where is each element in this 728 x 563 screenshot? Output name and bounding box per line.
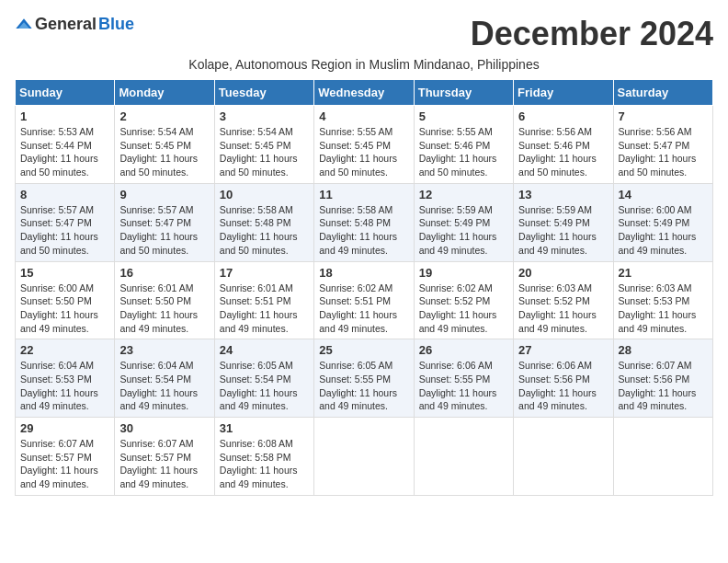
calendar-table: SundayMondayTuesdayWednesdayThursdayFrid…: [15, 79, 713, 496]
logo: General Blue: [15, 15, 134, 34]
cell-info: Sunrise: 6:04 AM Sunset: 5:53 PM Dayligh…: [20, 359, 109, 413]
day-number: 6: [518, 109, 608, 123]
calendar-cell: 1Sunrise: 5:53 AM Sunset: 5:44 PM Daylig…: [16, 106, 115, 184]
calendar-cell: 22Sunrise: 6:04 AM Sunset: 5:53 PM Dayli…: [16, 339, 115, 418]
cell-info: Sunrise: 6:03 AM Sunset: 5:53 PM Dayligh…: [619, 282, 708, 336]
day-number: 7: [619, 109, 708, 123]
calendar-cell: 28Sunrise: 6:07 AM Sunset: 5:56 PM Dayli…: [613, 339, 712, 418]
calendar-cell: 12Sunrise: 5:59 AM Sunset: 5:49 PM Dayli…: [414, 183, 513, 261]
cell-info: Sunrise: 5:54 AM Sunset: 5:45 PM Dayligh…: [220, 125, 309, 179]
calendar-cell: 24Sunrise: 6:05 AM Sunset: 5:54 PM Dayli…: [214, 339, 313, 418]
cell-info: Sunrise: 5:58 AM Sunset: 5:48 PM Dayligh…: [319, 203, 408, 258]
month-title: December 2024: [471, 15, 713, 53]
logo-general-text: General: [35, 15, 97, 34]
cell-info: Sunrise: 5:54 AM Sunset: 5:45 PM Dayligh…: [119, 125, 209, 179]
cell-info: Sunrise: 6:01 AM Sunset: 5:50 PM Dayligh…: [119, 282, 209, 336]
calendar-cell: 5Sunrise: 5:55 AM Sunset: 5:46 PM Daylig…: [414, 106, 513, 184]
calendar-cell: 31Sunrise: 6:08 AM Sunset: 5:58 PM Dayli…: [214, 418, 313, 496]
header-thursday: Thursday: [414, 80, 513, 106]
calendar-week-row: 8Sunrise: 5:57 AM Sunset: 5:47 PM Daylig…: [16, 183, 713, 261]
cell-info: Sunrise: 6:05 AM Sunset: 5:54 PM Dayligh…: [220, 359, 309, 413]
header-sunday: Sunday: [16, 80, 115, 106]
calendar-cell: 21Sunrise: 6:03 AM Sunset: 5:53 PM Dayli…: [613, 261, 712, 339]
day-number: 5: [419, 109, 508, 123]
day-number: 21: [619, 266, 708, 280]
calendar-subtitle: Kolape, Autonomous Region in Muslim Mind…: [15, 57, 713, 72]
day-number: 25: [319, 343, 408, 357]
header-monday: Monday: [115, 80, 214, 106]
header-friday: Friday: [514, 80, 613, 106]
cell-info: Sunrise: 5:57 AM Sunset: 5:47 PM Dayligh…: [119, 203, 209, 258]
cell-info: Sunrise: 6:00 AM Sunset: 5:50 PM Dayligh…: [20, 282, 109, 336]
calendar-header-row: SundayMondayTuesdayWednesdayThursdayFrid…: [16, 80, 713, 106]
day-number: 2: [119, 109, 209, 123]
cell-info: Sunrise: 6:06 AM Sunset: 5:55 PM Dayligh…: [419, 359, 508, 413]
calendar-cell: 14Sunrise: 6:00 AM Sunset: 5:49 PM Dayli…: [613, 183, 712, 261]
day-number: 16: [119, 266, 209, 280]
page-header: General Blue December 2024: [15, 15, 713, 53]
calendar-cell: [314, 418, 414, 496]
calendar-cell: 15Sunrise: 6:00 AM Sunset: 5:50 PM Dayli…: [16, 261, 115, 339]
day-number: 1: [20, 109, 109, 123]
calendar-cell: 11Sunrise: 5:58 AM Sunset: 5:48 PM Dayli…: [314, 183, 414, 261]
day-number: 13: [518, 188, 608, 201]
day-number: 24: [220, 343, 309, 357]
day-number: 23: [119, 343, 209, 357]
cell-info: Sunrise: 5:55 AM Sunset: 5:45 PM Dayligh…: [319, 125, 408, 179]
day-number: 12: [419, 188, 508, 201]
calendar-cell: 4Sunrise: 5:55 AM Sunset: 5:45 PM Daylig…: [314, 106, 414, 184]
cell-info: Sunrise: 6:07 AM Sunset: 5:57 PM Dayligh…: [119, 437, 209, 491]
calendar-cell: 16Sunrise: 6:01 AM Sunset: 5:50 PM Dayli…: [115, 261, 214, 339]
calendar-week-row: 1Sunrise: 5:53 AM Sunset: 5:44 PM Daylig…: [16, 106, 713, 184]
calendar-cell: 17Sunrise: 6:01 AM Sunset: 5:51 PM Dayli…: [214, 261, 313, 339]
header-wednesday: Wednesday: [314, 80, 414, 106]
calendar-cell: 2Sunrise: 5:54 AM Sunset: 5:45 PM Daylig…: [115, 106, 214, 184]
calendar-cell: 10Sunrise: 5:58 AM Sunset: 5:48 PM Dayli…: [214, 183, 313, 261]
day-number: 20: [518, 266, 608, 280]
calendar-cell: 7Sunrise: 5:56 AM Sunset: 5:47 PM Daylig…: [613, 106, 712, 184]
cell-info: Sunrise: 5:56 AM Sunset: 5:46 PM Dayligh…: [518, 125, 608, 179]
calendar-week-row: 22Sunrise: 6:04 AM Sunset: 5:53 PM Dayli…: [16, 339, 713, 418]
calendar-cell: 20Sunrise: 6:03 AM Sunset: 5:52 PM Dayli…: [514, 261, 613, 339]
day-number: 17: [220, 266, 309, 280]
day-number: 29: [20, 421, 109, 435]
calendar-cell: 30Sunrise: 6:07 AM Sunset: 5:57 PM Dayli…: [115, 418, 214, 496]
cell-info: Sunrise: 6:01 AM Sunset: 5:51 PM Dayligh…: [220, 282, 309, 336]
cell-info: Sunrise: 6:02 AM Sunset: 5:51 PM Dayligh…: [319, 282, 408, 336]
cell-info: Sunrise: 6:07 AM Sunset: 5:56 PM Dayligh…: [619, 359, 708, 413]
calendar-cell: 29Sunrise: 6:07 AM Sunset: 5:57 PM Dayli…: [16, 418, 115, 496]
day-number: 4: [319, 109, 408, 123]
day-number: 10: [220, 188, 309, 201]
cell-info: Sunrise: 6:06 AM Sunset: 5:56 PM Dayligh…: [518, 359, 608, 413]
cell-info: Sunrise: 5:59 AM Sunset: 5:49 PM Dayligh…: [419, 203, 508, 258]
calendar-cell: [414, 418, 513, 496]
calendar-cell: 3Sunrise: 5:54 AM Sunset: 5:45 PM Daylig…: [214, 106, 313, 184]
header-tuesday: Tuesday: [214, 80, 313, 106]
calendar-cell: 18Sunrise: 6:02 AM Sunset: 5:51 PM Dayli…: [314, 261, 414, 339]
calendar-cell: 13Sunrise: 5:59 AM Sunset: 5:49 PM Dayli…: [514, 183, 613, 261]
cell-info: Sunrise: 5:56 AM Sunset: 5:47 PM Dayligh…: [619, 125, 708, 179]
calendar-cell: 8Sunrise: 5:57 AM Sunset: 5:47 PM Daylig…: [16, 183, 115, 261]
calendar-cell: [613, 418, 712, 496]
cell-info: Sunrise: 5:55 AM Sunset: 5:46 PM Dayligh…: [419, 125, 508, 179]
calendar-week-row: 15Sunrise: 6:00 AM Sunset: 5:50 PM Dayli…: [16, 261, 713, 339]
header-saturday: Saturday: [613, 80, 712, 106]
cell-info: Sunrise: 5:59 AM Sunset: 5:49 PM Dayligh…: [518, 203, 608, 258]
cell-info: Sunrise: 6:03 AM Sunset: 5:52 PM Dayligh…: [518, 282, 608, 336]
day-number: 8: [20, 188, 109, 201]
day-number: 28: [619, 343, 708, 357]
cell-info: Sunrise: 6:00 AM Sunset: 5:49 PM Dayligh…: [619, 203, 708, 258]
day-number: 11: [319, 188, 408, 201]
cell-info: Sunrise: 5:57 AM Sunset: 5:47 PM Dayligh…: [20, 203, 109, 258]
calendar-cell: 26Sunrise: 6:06 AM Sunset: 5:55 PM Dayli…: [414, 339, 513, 418]
cell-info: Sunrise: 6:04 AM Sunset: 5:54 PM Dayligh…: [119, 359, 209, 413]
calendar-cell: [514, 418, 613, 496]
day-number: 18: [319, 266, 408, 280]
calendar-cell: 25Sunrise: 6:05 AM Sunset: 5:55 PM Dayli…: [314, 339, 414, 418]
day-number: 19: [419, 266, 508, 280]
cell-info: Sunrise: 6:05 AM Sunset: 5:55 PM Dayligh…: [319, 359, 408, 413]
cell-info: Sunrise: 6:07 AM Sunset: 5:57 PM Dayligh…: [20, 437, 109, 491]
day-number: 27: [518, 343, 608, 357]
day-number: 26: [419, 343, 508, 357]
logo-icon: [15, 16, 33, 34]
